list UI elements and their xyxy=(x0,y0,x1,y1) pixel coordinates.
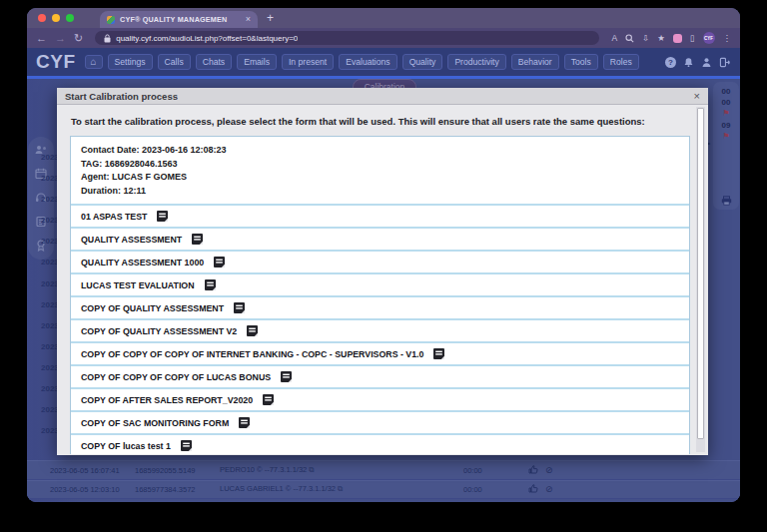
form-option-label: COPY OF QUALITY ASSESSMENT V2 xyxy=(81,326,237,336)
form-option-label: QUALITY ASSESSMENT 1000 xyxy=(81,258,204,267)
form-note-icon[interactable] xyxy=(205,279,216,290)
browser-toolbar: ← → ↻ quality.cyf.com/audioList.php?offs… xyxy=(27,28,740,48)
nav-item[interactable]: Chats xyxy=(196,54,232,70)
nav-item[interactable]: In present xyxy=(282,54,334,70)
profile-avatar[interactable]: CYF xyxy=(703,32,715,44)
form-option[interactable]: LUCAS TEST EVALUATION xyxy=(71,272,689,295)
form-option-label: COPY OF AFTER SALES REPORT_V2020 xyxy=(81,395,253,405)
window-controls xyxy=(38,14,74,22)
form-option-label: 01 ASPAS TEST xyxy=(81,212,147,222)
reload-icon[interactable]: ↻ xyxy=(74,33,83,44)
minimize-window-button[interactable] xyxy=(52,14,60,22)
contact-info-line: Duration: 12:11 xyxy=(81,185,679,199)
user-icon[interactable] xyxy=(701,57,712,68)
form-note-icon[interactable] xyxy=(214,257,225,267)
form-option[interactable]: QUALITY ASSESSMENT xyxy=(71,227,689,250)
form-option[interactable]: COPY OF COPY OF COPY OF INTERNET BANKING… xyxy=(71,341,689,364)
browser-tab[interactable]: CYF® QUALITY MANAGEMEN × xyxy=(100,11,258,28)
form-note-icon[interactable] xyxy=(192,234,203,245)
cyf-logo: CYF xyxy=(36,51,76,73)
nav-item[interactable]: Settings xyxy=(108,54,153,70)
close-window-button[interactable] xyxy=(38,14,46,22)
contact-info-line: Contact Date: 2023-06-16 12:08:23 xyxy=(81,144,679,158)
back-icon[interactable]: ← xyxy=(36,33,47,44)
modal-header: Start Calibration process × xyxy=(57,88,708,105)
form-note-icon[interactable] xyxy=(433,348,444,359)
page-content: 2023202320232023202320232023202320232023… xyxy=(27,79,740,502)
side-panel-icon[interactable]: ▯ xyxy=(690,34,695,43)
form-note-icon[interactable] xyxy=(234,302,245,313)
form-option-label: COPY OF QUALITY ASSESSMENT xyxy=(81,303,224,313)
form-selection-panel: Contact Date: 2023-06-16 12:08:23TAG: 16… xyxy=(70,136,690,454)
form-note-icon[interactable] xyxy=(247,325,258,336)
form-option-label: QUALITY ASSESSMENT xyxy=(81,235,182,245)
notifications-bell-icon[interactable] xyxy=(683,57,694,68)
nav-item[interactable]: Productivity xyxy=(447,54,505,70)
nav-item[interactable]: Evaluations xyxy=(339,54,396,70)
nav-item[interactable]: Behavior xyxy=(511,54,559,70)
browser-window: CYF® QUALITY MANAGEMEN × + ← → ↻ quality… xyxy=(27,8,740,502)
header-actions: ? xyxy=(665,57,731,68)
modal-close-icon[interactable]: × xyxy=(694,91,700,102)
modal-title: Start Calibration process xyxy=(65,91,694,102)
form-option[interactable]: COPY OF AFTER SALES REPORT_V2020 xyxy=(71,387,689,410)
form-note-icon[interactable] xyxy=(157,211,168,222)
nav-item[interactable]: Calls xyxy=(158,54,191,70)
form-option[interactable]: COPY OF lucas test 1 xyxy=(71,433,689,454)
address-bar[interactable]: quality.cyf.com/audioList.php?offset=0&l… xyxy=(95,31,599,45)
tab-title: CYF® QUALITY MANAGEMEN xyxy=(120,15,241,24)
form-option-label: COPY OF lucas test 1 xyxy=(81,441,171,451)
app-header: CYF ⌂ SettingsCallsChatsEmailsIn present… xyxy=(27,48,740,76)
extensions-icon[interactable] xyxy=(673,34,682,43)
tab-favicon-icon xyxy=(107,16,115,24)
new-tab-button[interactable]: + xyxy=(267,12,274,24)
nav-item[interactable]: Tools xyxy=(564,54,598,70)
main-nav: SettingsCallsChatsEmailsIn presentEvalua… xyxy=(108,54,639,70)
zoom-icon[interactable] xyxy=(625,34,634,43)
nav-item[interactable]: Emails xyxy=(237,54,277,70)
scrollbar-thumb[interactable] xyxy=(697,108,704,439)
form-option[interactable]: COPY OF COPY OF COPY OF LUCAS BONUS xyxy=(71,364,689,387)
form-option[interactable]: COPY OF QUALITY ASSESSMENT V2 xyxy=(71,318,689,341)
save-icon[interactable]: ⇩ xyxy=(642,34,649,43)
form-note-icon[interactable] xyxy=(263,394,274,405)
bookmark-star-icon[interactable]: ★ xyxy=(657,34,665,43)
logout-icon[interactable] xyxy=(719,57,731,68)
form-option[interactable]: COPY OF QUALITY ASSESSMENT xyxy=(71,295,689,318)
translate-icon[interactable]: A xyxy=(611,34,617,43)
desktop: CYF® QUALITY MANAGEMEN × + ← → ↻ quality… xyxy=(0,0,767,532)
form-note-icon[interactable] xyxy=(239,417,250,428)
form-option[interactable]: 01 ASPAS TEST xyxy=(71,204,689,227)
tab-close-icon[interactable]: × xyxy=(246,15,251,24)
form-note-icon[interactable] xyxy=(181,440,192,451)
zoom-window-button[interactable] xyxy=(66,14,74,22)
lock-icon xyxy=(104,34,111,43)
form-note-icon[interactable] xyxy=(281,371,292,382)
form-option-label: LUCAS TEST EVALUATION xyxy=(81,280,195,290)
url-text: quality.cyf.com/audioList.php?offset=0&l… xyxy=(116,34,298,43)
help-icon[interactable]: ? xyxy=(665,57,676,68)
tab-strip: CYF® QUALITY MANAGEMEN × + xyxy=(27,8,740,28)
form-option-label: COPY OF COPY OF COPY OF LUCAS BONUS xyxy=(81,372,271,382)
nav-item[interactable]: Quality xyxy=(402,54,443,70)
calibration-modal: Start Calibration process × To start the… xyxy=(57,88,708,455)
contact-info: Contact Date: 2023-06-16 12:08:23TAG: 16… xyxy=(71,137,689,204)
nav-item[interactable]: Roles xyxy=(603,54,639,70)
form-option[interactable]: COPY OF SAC MONITORING FORM xyxy=(71,410,689,433)
forward-icon[interactable]: → xyxy=(55,33,66,44)
form-list: 01 ASPAS TEST QUALITY ASSESSMENT xyxy=(71,204,689,454)
modal-intro-text: To start the calibration process, please… xyxy=(71,116,690,127)
menu-dots-icon[interactable]: ⋮ xyxy=(723,34,732,43)
contact-info-line: TAG: 1686928046.1563 xyxy=(81,158,679,172)
contact-info-line: Agent: LUCAS F GOMES xyxy=(81,171,679,185)
modal-body: To start the calibration process, please… xyxy=(57,105,708,454)
nav-home-button[interactable]: ⌂ xyxy=(85,55,103,69)
form-option[interactable]: QUALITY ASSESSMENT 1000 xyxy=(71,250,689,272)
modal-scrollbar[interactable] xyxy=(696,107,705,452)
form-option-label: COPY OF SAC MONITORING FORM xyxy=(81,418,229,428)
form-option-label: COPY OF COPY OF COPY OF INTERNET BANKING… xyxy=(81,349,423,359)
